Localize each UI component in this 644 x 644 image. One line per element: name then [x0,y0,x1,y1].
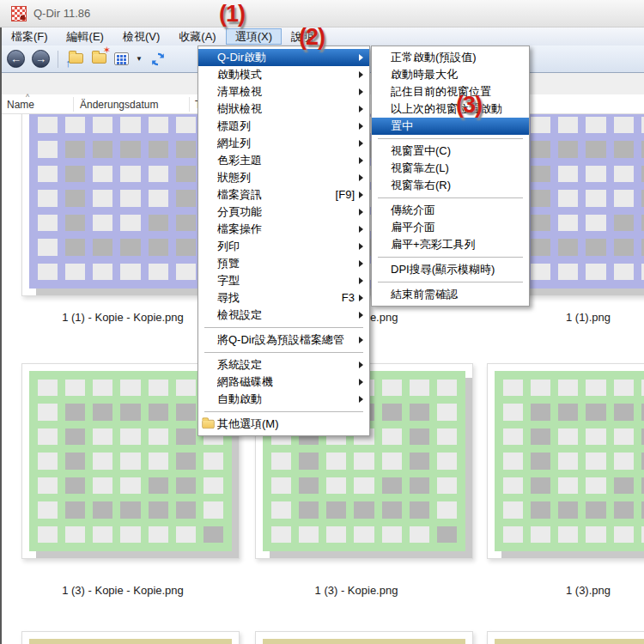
startup-submenu-item[interactable]: 啟動時最大化 [372,66,529,83]
grid-square [149,190,168,206]
startup-submenu-item[interactable]: 置中 [372,118,529,135]
options-menu-item[interactable]: 將Q-Dir設為預設檔案總管 [198,331,369,349]
submenu-arrow-icon [359,71,363,78]
menubar-item[interactable]: 編輯(E) [58,28,113,45]
grid-square [558,239,578,255]
options-menu-item[interactable]: 字型 [198,272,369,289]
folder-new-icon[interactable]: ✶ [92,52,106,67]
column-separator[interactable] [189,97,190,112]
column-header-name[interactable]: Name [7,99,34,111]
options-menu-item[interactable]: 網路磁碟機 [198,374,369,391]
file-thumbnail[interactable] [21,631,240,644]
startup-submenu-item[interactable]: 扁平介面 [372,219,529,236]
options-menu-item[interactable]: 檢視設定 [198,307,369,324]
options-menu-item[interactable]: 系統設定 [198,356,369,374]
column-separator[interactable] [73,97,74,112]
toolbar-separator [58,51,58,68]
startup-submenu-item[interactable]: DPI搜尋(顯示模糊時) [372,261,529,278]
grid-square [204,477,223,494]
options-menu-item[interactable]: 樹狀檢視 [198,100,369,118]
grid-square [531,453,550,469]
dropdown-caret-icon[interactable]: ▼ [136,55,143,63]
grid-square [614,526,634,543]
menu-item-label: 檔案操作 [217,221,369,238]
options-menu-item[interactable]: 尋找F3 [198,289,369,307]
options-menu-item[interactable]: 網址列 [198,135,369,152]
grid-square [558,501,578,518]
options-menu-item[interactable]: 狀態列 [198,169,369,186]
options-menu-item[interactable]: 標題列 [198,118,369,135]
grid-square [299,501,319,518]
column-header-modified[interactable]: Änderungsdatum [80,99,158,111]
grid-square [299,453,319,469]
grid-square [271,453,291,469]
grid-square [326,453,346,469]
options-menu-item[interactable]: 色彩主題 [198,152,369,169]
options-menu-item[interactable]: 預覽 [198,255,369,272]
startup-submenu-item[interactable]: 記住目前的視窗位置 [372,83,529,100]
options-menu-item[interactable]: 檔案操作 [198,221,369,238]
options-menu-item[interactable]: 啟動模式 [198,66,369,83]
grid-square [382,380,402,396]
menubar-item[interactable]: 收藏(A) [169,28,225,45]
grid-square [176,264,196,280]
grid-square [120,526,140,543]
startup-submenu-item[interactable]: 傳統介面 [372,202,529,219]
grid-square [354,526,374,543]
menu-item-label: 啟動模式 [217,66,369,83]
options-menu-item[interactable]: 清單檢視 [198,83,369,100]
startup-submenu-item[interactable]: 視窗靠右(R) [372,177,529,194]
grid-square [614,239,634,255]
grid-square [558,117,578,133]
grid-square [38,428,58,445]
forward-icon[interactable]: → [32,50,50,68]
grid-square [614,428,634,445]
menu-item-label: 其他選項(M) [217,416,369,433]
menubar-item[interactable]: 檔案(F) [2,28,58,45]
options-menu-item[interactable]: 列印 [198,238,369,255]
grid-square [531,117,550,133]
options-menu-item[interactable]: 分頁功能 [198,204,369,221]
submenu-arrow-icon [359,295,363,301]
grid-square [586,239,605,255]
options-menu-item[interactable]: 其他選項(M) [198,416,369,433]
grid-square [38,264,58,280]
grid-square [38,166,58,182]
file-thumbnail[interactable] [487,631,644,644]
options-menu-item[interactable]: Q-Dir啟動 [198,49,369,66]
grid-square [93,477,112,494]
grid-square [614,404,634,420]
submenu-arrow-icon [359,174,363,181]
grid-square [586,428,605,445]
grid-square [65,404,85,420]
file-thumbnail[interactable] [255,631,473,644]
menu-item-label: 結束前需確認 [391,286,529,303]
grid-square [614,166,634,182]
menubar-item[interactable]: 檢視(V) [113,28,169,45]
star-icon: ✶ [103,45,111,56]
startup-submenu-item[interactable]: 扁平+亮彩工具列 [372,236,529,253]
grid-square [65,264,85,280]
grid-square [38,501,58,518]
grid-square [503,477,523,494]
file-name-caption: 1 (3).png [487,584,644,597]
menubar-item[interactable]: 選項(X) [226,28,282,45]
grid-square [176,501,196,518]
options-menu-item[interactable]: 自動啟動 [198,391,369,408]
file-thumbnail[interactable] [487,363,644,559]
options-menu-item[interactable]: 檔案資訊[F9] [198,186,369,204]
grid-square [503,404,523,420]
back-icon[interactable]: ← [7,50,25,68]
refresh-icon[interactable] [150,52,166,67]
folder-up-icon[interactable]: ↑ [69,52,83,67]
menu-separator [204,352,363,353]
startup-submenu-item[interactable]: 結束前需確認 [372,286,529,303]
grid-square [176,404,196,420]
startup-submenu-item[interactable]: 正常啟動(預設值) [372,49,529,66]
startup-submenu-item[interactable]: 以上次的視窗位置啟動 [372,100,529,118]
startup-submenu-item[interactable]: 視窗置中(C) [372,143,529,160]
grid-square [586,404,605,420]
app-icon [11,6,27,21]
view-grid-icon[interactable] [114,52,129,65]
startup-submenu-item[interactable]: 視窗靠左(L) [372,160,529,177]
